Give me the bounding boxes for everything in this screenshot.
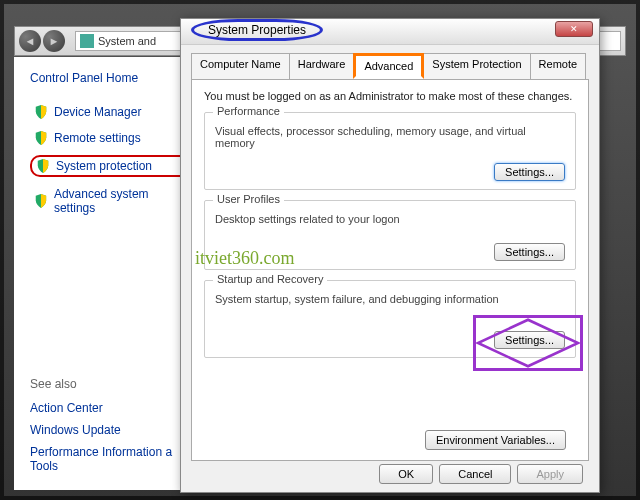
address-text: System and xyxy=(98,35,156,47)
see-also-heading: See also xyxy=(30,377,196,391)
intro-text: You must be logged on as an Administrato… xyxy=(204,90,576,102)
tab-content: You must be logged on as an Administrato… xyxy=(191,79,589,461)
performance-desc: Visual effects, processor scheduling, me… xyxy=(215,125,565,149)
shield-icon xyxy=(36,159,50,173)
environment-variables-button[interactable]: Environment Variables... xyxy=(425,430,566,450)
shield-icon xyxy=(34,131,48,145)
user-profiles-settings-button[interactable]: Settings... xyxy=(494,243,565,261)
watermark-text: itviet360.com xyxy=(195,248,294,269)
tab-hardware[interactable]: Hardware xyxy=(289,53,355,79)
user-profiles-desc: Desktop settings related to your logon xyxy=(215,213,565,225)
control-panel-home[interactable]: Control Panel Home xyxy=(30,71,196,85)
ok-button[interactable]: OK xyxy=(379,464,433,484)
dialog-button-row: OK Cancel Apply xyxy=(379,464,583,484)
tab-advanced[interactable]: Advanced xyxy=(353,53,424,79)
performance-group: Performance Visual effects, processor sc… xyxy=(204,112,576,190)
back-button[interactable]: ◄ xyxy=(19,30,41,52)
sidebar-item-device-manager[interactable]: Device Manager xyxy=(30,103,196,121)
shield-icon xyxy=(34,194,48,208)
sidebar-item-label: Device Manager xyxy=(54,105,141,119)
see-also-action-center[interactable]: Action Center xyxy=(30,401,196,415)
sidebar: Control Panel Home Device Manager Remote… xyxy=(14,57,204,490)
sidebar-item-advanced-settings[interactable]: Advanced system settings xyxy=(30,185,196,217)
sidebar-item-remote-settings[interactable]: Remote settings xyxy=(30,129,196,147)
startup-desc: System startup, system failure, and debu… xyxy=(215,293,565,305)
tab-system-protection[interactable]: System Protection xyxy=(423,53,530,79)
startup-title: Startup and Recovery xyxy=(213,273,327,285)
user-profiles-title: User Profiles xyxy=(213,193,284,205)
apply-button[interactable]: Apply xyxy=(517,464,583,484)
performance-title: Performance xyxy=(213,105,284,117)
dialog-tabs: Computer Name Hardware Advanced System P… xyxy=(181,45,599,79)
system-icon xyxy=(80,34,94,48)
sidebar-item-system-protection[interactable]: System protection xyxy=(30,155,196,177)
dialog-title-text: System Properties xyxy=(191,19,323,41)
see-also-performance-tools[interactable]: Performance Information a Tools xyxy=(30,445,196,473)
shield-icon xyxy=(34,105,48,119)
dialog-titlebar[interactable]: System Properties ✕ xyxy=(181,19,599,45)
see-also-windows-update[interactable]: Windows Update xyxy=(30,423,196,437)
performance-settings-button[interactable]: Settings... xyxy=(494,163,565,181)
sidebar-item-label: Remote settings xyxy=(54,131,141,145)
forward-button[interactable]: ► xyxy=(43,30,65,52)
close-button[interactable]: ✕ xyxy=(555,21,593,37)
sidebar-item-label: Advanced system settings xyxy=(54,187,192,215)
tab-computer-name[interactable]: Computer Name xyxy=(191,53,290,79)
cancel-button[interactable]: Cancel xyxy=(439,464,511,484)
startup-recovery-group: Startup and Recovery System startup, sys… xyxy=(204,280,576,358)
tab-remote[interactable]: Remote xyxy=(530,53,587,79)
startup-settings-button[interactable]: Settings... xyxy=(494,331,565,349)
sidebar-item-label: System protection xyxy=(56,159,152,173)
